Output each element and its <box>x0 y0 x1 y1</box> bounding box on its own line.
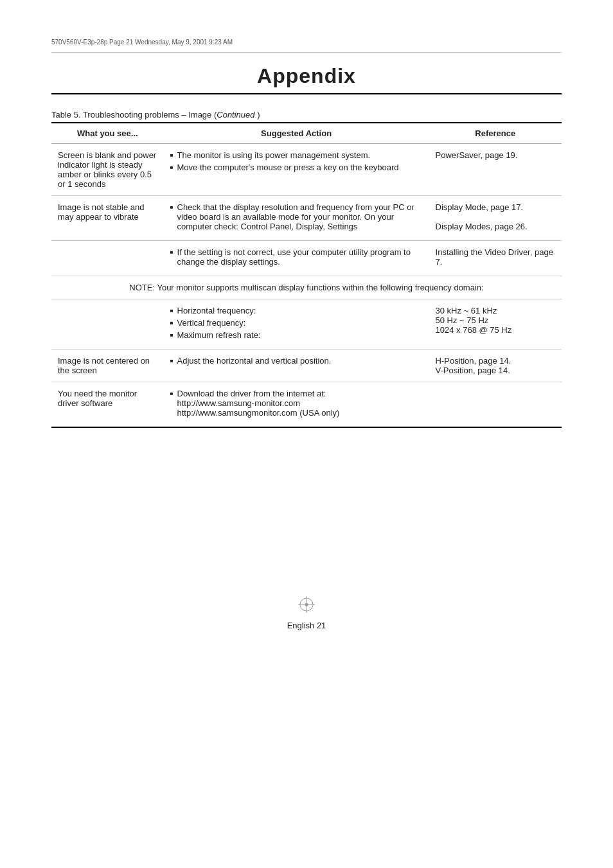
table-row: Screen is blank and power indicator ligh… <box>51 144 562 196</box>
what-cell: Screen is blank and power indicator ligh… <box>51 144 164 196</box>
page-title: Appendix <box>51 64 562 94</box>
list-item: Move the computer's mouse or press a key… <box>170 163 423 172</box>
action-cell: Download the driver from the internet at… <box>164 382 562 428</box>
list-item: Vertical frequency: <box>170 318 423 328</box>
table-header-row: What you see... Suggested Action Referen… <box>51 123 562 144</box>
col-header-action: Suggested Action <box>164 123 429 144</box>
col-header-reference: Reference <box>429 123 562 144</box>
table-row-note: NOTE: Your monitor supports multiscan di… <box>51 276 562 299</box>
ref-cell: PowerSaver, page 19. <box>429 144 562 196</box>
what-cell: You need the monitor driver software <box>51 382 164 428</box>
bottom-center-mark <box>297 595 316 614</box>
what-cell <box>51 241 164 276</box>
list-item: If the setting is not correct, use your … <box>170 247 423 267</box>
table-caption: Table 5. Troubleshooting problems – Imag… <box>51 110 562 120</box>
what-cell: Image is not stable and may appear to vi… <box>51 196 164 241</box>
action-cell: Horizontal frequency: Vertical frequency… <box>164 299 429 350</box>
col-header-what: What you see... <box>51 123 164 144</box>
what-cell <box>51 299 164 350</box>
page-footer: English 21 <box>51 595 562 630</box>
what-cell: Image is not centered on the screen <box>51 350 164 382</box>
note-cell: NOTE: Your monitor supports multiscan di… <box>51 276 562 299</box>
table-row: Image is not centered on the screen Adju… <box>51 350 562 382</box>
list-item: Check that the display resolution and fr… <box>170 202 423 231</box>
table-row-freq: Horizontal frequency: Vertical frequency… <box>51 299 562 350</box>
svg-point-27 <box>305 603 308 607</box>
table-row: If the setting is not correct, use your … <box>51 241 562 276</box>
ref-cell: Installing the Video Driver, page 7. <box>429 241 562 276</box>
list-item: Download the driver from the internet at… <box>170 389 555 418</box>
ref-cell: 30 kHz ~ 61 kHz 50 Hz ~ 75 Hz 1024 x 768… <box>429 299 562 350</box>
list-item: Maximum refresh rate: <box>170 330 423 340</box>
action-cell: The monitor is using its power managemen… <box>164 144 429 196</box>
page-meta: 570V560V-E3p-28p Page 21 Wednesday, May … <box>51 39 562 46</box>
trouble-table: What you see... Suggested Action Referen… <box>51 122 562 428</box>
ref-cell: H-Position, page 14.V-Position, page 14. <box>429 350 562 382</box>
table-row: Image is not stable and may appear to vi… <box>51 196 562 241</box>
list-item: Horizontal frequency: <box>170 306 423 315</box>
list-item: Adjust the horizontal and vertical posit… <box>170 356 423 366</box>
action-cell: Adjust the horizontal and vertical posit… <box>164 350 429 382</box>
action-cell: If the setting is not correct, use your … <box>164 241 429 276</box>
page-wrapper: 570V560V-E3p-28p Page 21 Wednesday, May … <box>0 0 613 868</box>
list-item: The monitor is using its power managemen… <box>170 150 423 160</box>
footer-text: English 21 <box>287 621 326 630</box>
table-row: You need the monitor driver software Dow… <box>51 382 562 428</box>
ref-cell: Display Mode, page 17.Display Modes, pag… <box>429 196 562 241</box>
action-cell: Check that the display resolution and fr… <box>164 196 429 241</box>
